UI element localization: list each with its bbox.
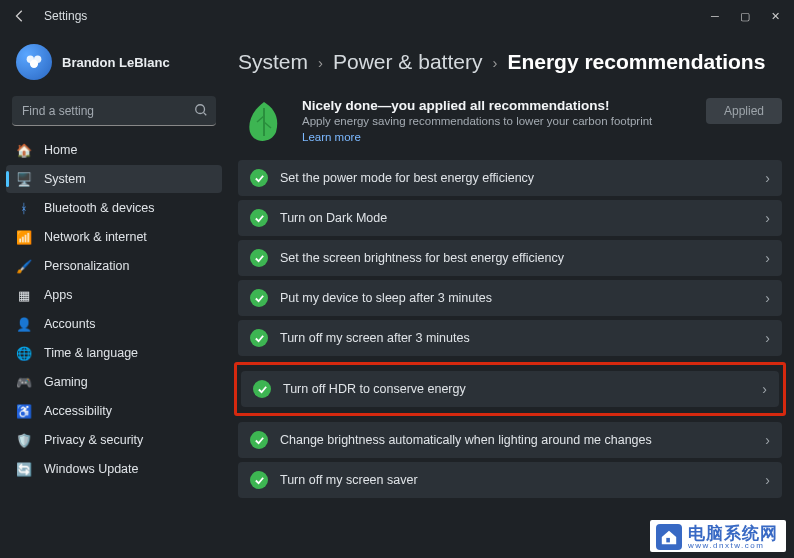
main-content: System › Power & battery › Energy recomm… [228,32,794,558]
watermark: 电脑系统网 www.dnxtw.com [650,520,786,552]
minimize-button[interactable]: ─ [700,2,730,30]
breadcrumb: System › Power & battery › Energy recomm… [238,50,782,74]
watermark-url: www.dnxtw.com [688,542,778,550]
nav-item-update[interactable]: 🔄Windows Update [6,455,222,483]
recommendation-item[interactable]: Turn on Dark Mode › [238,200,782,236]
breadcrumb-system[interactable]: System [238,50,308,74]
update-icon: 🔄 [16,461,32,477]
breadcrumb-power[interactable]: Power & battery [333,50,482,74]
recommendation-label: Turn off HDR to conserve energy [283,382,762,396]
watermark-text: 电脑系统网 [688,525,778,542]
home-icon: 🏠 [16,142,32,158]
system-icon: 🖥️ [16,171,32,187]
bluetooth-icon: ᚼ [16,200,32,216]
svg-point-3 [196,105,205,114]
maximize-button[interactable]: ▢ [730,2,760,30]
search-icon [194,103,208,121]
recommendation-item[interactable]: Set the power mode for best energy effic… [238,160,782,196]
check-icon [250,209,268,227]
highlighted-recommendation: Turn off HDR to conserve energy › [234,362,786,416]
chevron-right-icon: › [318,54,323,71]
check-icon [250,249,268,267]
watermark-logo-icon [656,524,682,550]
nav-item-apps[interactable]: ▦Apps [6,281,222,309]
recommendation-label: Turn off my screen after 3 minutes [280,331,765,345]
check-icon [250,471,268,489]
accessibility-icon: ♿ [16,403,32,419]
nav-item-home[interactable]: 🏠Home [6,136,222,164]
recommendation-item[interactable]: Change brightness automatically when lig… [238,422,782,458]
svg-rect-5 [666,538,670,543]
recommendation-item[interactable]: Turn off my screen after 3 minutes › [238,320,782,356]
recommendation-item[interactable]: Put my device to sleep after 3 minutes › [238,280,782,316]
recommendation-label: Set the screen brightness for best energ… [280,251,765,265]
chevron-right-icon: › [765,210,770,226]
sidebar: Brandon LeBlanc 🏠Home 🖥️System ᚼBluetoot… [0,32,228,558]
check-icon [250,169,268,187]
chevron-right-icon: › [765,472,770,488]
privacy-icon: 🛡️ [16,432,32,448]
recommendations-list: Set the power mode for best energy effic… [238,160,782,498]
avatar [16,44,52,80]
chevron-right-icon: › [765,170,770,186]
hero-title: Nicely done—you applied all recommendati… [302,98,692,113]
user-name: Brandon LeBlanc [62,55,170,70]
window-controls: ─ ▢ ✕ [700,2,790,30]
recommendation-label: Change brightness automatically when lig… [280,433,765,447]
apps-icon: ▦ [16,287,32,303]
chevron-right-icon: › [765,290,770,306]
recommendation-item[interactable]: Set the screen brightness for best energ… [238,240,782,276]
recommendation-item[interactable]: Turn off HDR to conserve energy › [241,371,779,407]
nav-item-privacy[interactable]: 🛡️Privacy & security [6,426,222,454]
nav-item-accounts[interactable]: 👤Accounts [6,310,222,338]
learn-more-link[interactable]: Learn more [302,131,361,143]
back-button[interactable] [12,8,28,24]
user-profile[interactable]: Brandon LeBlanc [6,40,222,96]
chevron-right-icon: › [765,250,770,266]
nav-item-system[interactable]: 🖥️System [6,165,222,193]
hero-subtitle: Apply energy saving recommendations to l… [302,115,692,127]
personalization-icon: 🖌️ [16,258,32,274]
nav-item-gaming[interactable]: 🎮Gaming [6,368,222,396]
recommendation-label: Turn off my screen saver [280,473,765,487]
check-icon [250,431,268,449]
applied-button[interactable]: Applied [706,98,782,124]
hero-banner: Nicely done—you applied all recommendati… [238,94,782,160]
chevron-right-icon: › [765,330,770,346]
recommendation-label: Put my device to sleep after 3 minutes [280,291,765,305]
nav-item-bluetooth[interactable]: ᚼBluetooth & devices [6,194,222,222]
app-title: Settings [44,9,87,23]
breadcrumb-current: Energy recommendations [507,50,765,74]
title-bar: Settings ─ ▢ ✕ [0,0,794,32]
chevron-right-icon: › [765,432,770,448]
time-icon: 🌐 [16,345,32,361]
svg-line-4 [204,113,207,116]
leaf-icon [240,98,288,146]
chevron-right-icon: › [492,54,497,71]
gaming-icon: 🎮 [16,374,32,390]
close-button[interactable]: ✕ [760,2,790,30]
accounts-icon: 👤 [16,316,32,332]
recommendation-item[interactable]: Turn off my screen saver › [238,462,782,498]
nav-item-personalization[interactable]: 🖌️Personalization [6,252,222,280]
network-icon: 📶 [16,229,32,245]
check-icon [250,289,268,307]
nav-item-network[interactable]: 📶Network & internet [6,223,222,251]
check-icon [253,380,271,398]
recommendation-label: Turn on Dark Mode [280,211,765,225]
nav-item-time[interactable]: 🌐Time & language [6,339,222,367]
search-input[interactable] [12,96,216,126]
svg-point-2 [30,60,38,68]
recommendation-label: Set the power mode for best energy effic… [280,171,765,185]
check-icon [250,329,268,347]
nav-list: 🏠Home 🖥️System ᚼBluetooth & devices 📶Net… [6,136,222,483]
nav-item-accessibility[interactable]: ♿Accessibility [6,397,222,425]
chevron-right-icon: › [762,381,767,397]
